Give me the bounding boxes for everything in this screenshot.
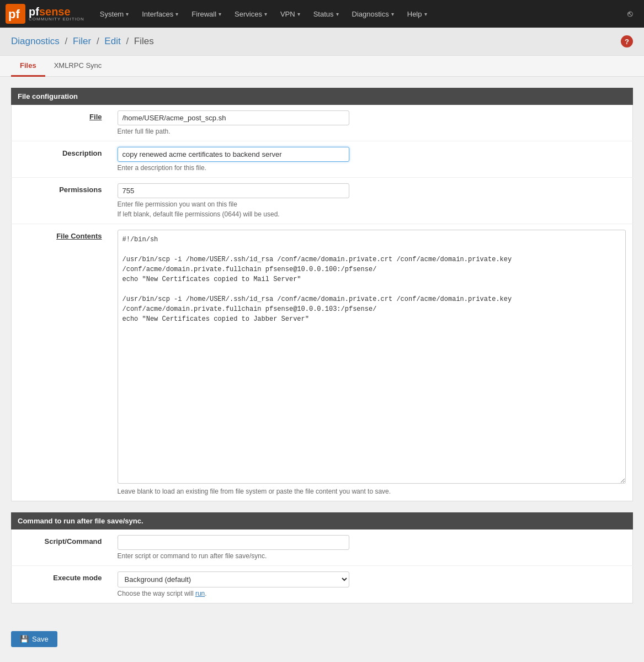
script-input[interactable] <box>118 535 349 550</box>
breadcrumb-sep-2: / <box>97 36 99 46</box>
file-contents-label: File Contents <box>12 224 111 501</box>
breadcrumb-bar: Diagnostics / Filer / Edit / Files ? <box>0 28 644 56</box>
execute-mode-select[interactable]: Background (default) Foreground <box>118 571 349 587</box>
file-row: File Enter full file path. <box>12 105 633 141</box>
breadcrumb: Diagnostics / Filer / Edit / Files <box>11 36 154 47</box>
file-label: File <box>12 105 111 141</box>
script-hint: Enter script or command to run after fil… <box>118 552 626 560</box>
chevron-down-icon: ▾ <box>175 11 178 17</box>
permissions-row: Permissions Enter file permission you wa… <box>12 178 633 224</box>
chevron-down-icon: ▾ <box>297 11 300 17</box>
file-contents-row: File Contents #!/bin/sh /usr/bin/scp -i … <box>12 224 633 501</box>
brand-sense: sense <box>39 6 71 17</box>
permissions-input[interactable] <box>118 183 349 198</box>
nav-item-diagnostics[interactable]: Diagnostics ▾ <box>345 0 401 28</box>
file-config-table: File Enter full file path. Description E… <box>11 105 633 501</box>
chevron-down-icon: ▾ <box>264 11 267 17</box>
nav-item-system[interactable]: System ▾ <box>93 0 135 28</box>
execute-mode-hint: Choose the way script will run. <box>118 590 626 597</box>
nav-item-vpn[interactable]: VPN ▾ <box>274 0 307 28</box>
breadcrumb-sep-3: / <box>126 36 129 46</box>
file-config-section-header: File configuration <box>11 88 633 105</box>
pfsense-logo-icon: pf <box>6 4 25 24</box>
tab-files[interactable]: Files <box>11 56 45 77</box>
save-button[interactable]: 💾 Save <box>11 631 57 647</box>
main-content: File configuration File Enter full file … <box>0 77 644 626</box>
nav-item-help[interactable]: Help ▾ <box>401 0 434 28</box>
file-hint: Enter full file path. <box>118 128 626 135</box>
description-value-cell: Enter a description for this file. <box>111 141 633 178</box>
description-hint: Enter a description for this file. <box>118 164 626 172</box>
brand-logo-area: pf pfsense Community Edition <box>6 4 84 24</box>
svg-text:pf: pf <box>8 7 20 21</box>
breadcrumb-current: Files <box>134 36 154 46</box>
breadcrumb-sep-1: / <box>65 36 68 46</box>
chevron-down-icon: ▾ <box>336 11 339 17</box>
chevron-down-icon: ▾ <box>219 11 221 17</box>
command-section-header: Command to run after file save/sync. <box>11 512 633 529</box>
command-config-table: Script/Command Enter script or command t… <box>11 529 633 603</box>
execute-mode-label: Execute mode <box>12 566 111 603</box>
file-contents-value-cell: #!/bin/sh /usr/bin/scp -i /home/USER/.ss… <box>111 224 633 501</box>
script-row: Script/Command Enter script or command t… <box>12 529 633 566</box>
file-value-cell: Enter full file path. <box>111 105 633 141</box>
navbar: pf pfsense Community Edition System ▾ In… <box>0 0 644 28</box>
permissions-value-cell: Enter file permission you want on this f… <box>111 178 633 224</box>
chevron-down-icon: ▾ <box>126 11 129 17</box>
chevron-down-icon: ▾ <box>424 11 427 17</box>
breadcrumb-filer[interactable]: Filer <box>73 36 91 46</box>
execute-mode-value-cell: Background (default) Foreground Choose t… <box>111 566 633 603</box>
chevron-down-icon: ▾ <box>391 11 394 17</box>
tabs-bar: Files XMLRPC Sync <box>0 56 644 77</box>
breadcrumb-diagnostics[interactable]: Diagnostics <box>11 36 60 46</box>
description-label: Description <box>12 141 111 178</box>
permissions-label: Permissions <box>12 178 111 224</box>
tab-xmlrpc-sync[interactable]: XMLRPC Sync <box>45 56 111 77</box>
nav-item-interfaces[interactable]: Interfaces ▾ <box>135 0 185 28</box>
nav-item-services[interactable]: Services ▾ <box>228 0 274 28</box>
external-link-icon[interactable]: ⎋ <box>622 0 638 28</box>
script-value-cell: Enter script or command to run after fil… <box>111 529 633 566</box>
brand-pf: pf <box>29 6 39 17</box>
file-input[interactable] <box>118 110 349 125</box>
permissions-hint-2: If left blank, default file permissions … <box>118 210 626 218</box>
save-icon: 💾 <box>20 635 29 643</box>
file-contents-textarea[interactable]: #!/bin/sh /usr/bin/scp -i /home/USER/.ss… <box>118 230 626 484</box>
nav-item-status[interactable]: Status ▾ <box>307 0 345 28</box>
description-input[interactable] <box>118 147 349 162</box>
help-icon[interactable]: ? <box>621 35 633 47</box>
permissions-hint-1: Enter file permission you want on this f… <box>118 200 626 208</box>
breadcrumb-edit[interactable]: Edit <box>104 36 120 46</box>
save-label: Save <box>32 635 49 643</box>
brand-edition: Community Edition <box>29 17 84 22</box>
file-contents-hint: Leave blank to load an existing file fro… <box>118 488 626 495</box>
execute-run-link[interactable]: run <box>195 590 205 597</box>
execute-mode-row: Execute mode Background (default) Foregr… <box>12 566 633 603</box>
brand-name: pfsense Community Edition <box>29 6 84 22</box>
description-row: Description Enter a description for this… <box>12 141 633 178</box>
nav-item-firewall[interactable]: Firewall ▾ <box>185 0 228 28</box>
script-label: Script/Command <box>12 529 111 566</box>
